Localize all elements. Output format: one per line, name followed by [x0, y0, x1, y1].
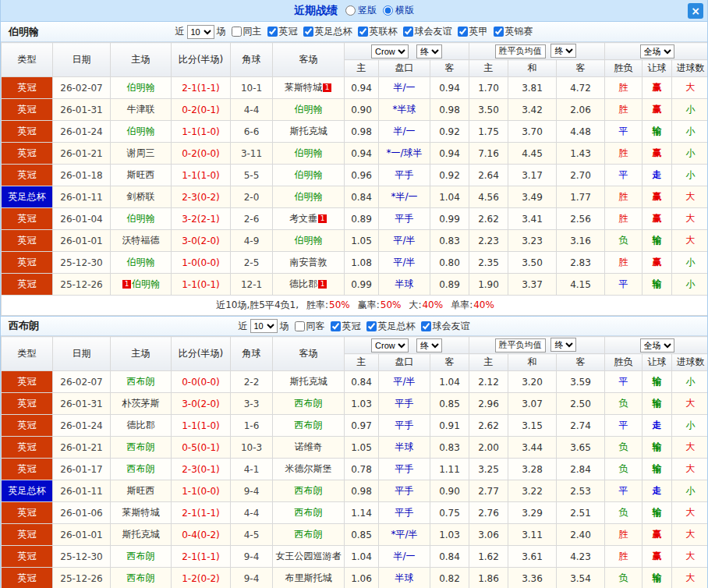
checkbox-input[interactable]: [295, 321, 305, 331]
filter-checkbox-2[interactable]: 英足总杯: [366, 320, 416, 333]
match-count-select[interactable]: 10: [187, 25, 214, 39]
avg-final-select[interactable]: 终: [550, 338, 576, 352]
home-team-cell[interactable]: 斯托克城: [111, 524, 172, 546]
filter-checkbox-0[interactable]: 同客: [295, 320, 325, 333]
away-team-cell[interactable]: 西布朗: [273, 415, 345, 437]
team-link[interactable]: 伯明翰: [295, 104, 323, 115]
score-cell[interactable]: 2-3(0-2): [172, 186, 231, 208]
filter-checkbox-1[interactable]: 英冠: [267, 25, 298, 38]
team-link[interactable]: 伯明翰: [295, 147, 323, 158]
score-cell[interactable]: 1-1(0-1): [172, 274, 231, 296]
team-link[interactable]: 牛津联: [127, 104, 155, 115]
odds-final-select[interactable]: 终: [416, 338, 442, 352]
filter-checkbox-1[interactable]: 英冠: [331, 320, 361, 333]
score-cell[interactable]: 1-1(1-0): [172, 415, 231, 437]
home-team-cell[interactable]: 斯旺西: [111, 480, 172, 502]
home-team-cell[interactable]: 伯明翰: [111, 77, 172, 99]
score-cell[interactable]: 0-0(0-0): [172, 371, 231, 393]
score-cell[interactable]: 0-2(0-1): [172, 99, 231, 121]
team-link[interactable]: 伯明翰: [295, 191, 323, 202]
score-cell[interactable]: 2-3(0-1): [172, 459, 231, 480]
team-link[interactable]: 西布朗: [295, 485, 323, 496]
away-team-cell[interactable]: 考文垂1: [273, 208, 345, 230]
checkbox-input[interactable]: [331, 321, 341, 331]
score-cell[interactable]: 1-1(1-0): [172, 165, 231, 186]
team-link[interactable]: 伯明翰: [127, 126, 155, 136]
away-team-cell[interactable]: 女王公园巡游者: [273, 546, 345, 568]
away-team-cell[interactable]: 西布朗: [273, 524, 345, 546]
checkbox-input[interactable]: [267, 27, 278, 37]
home-team-cell[interactable]: 西布朗: [111, 568, 172, 588]
score-cell[interactable]: 0-4(0-2): [172, 524, 231, 546]
team-link[interactable]: 谢周三: [127, 147, 155, 158]
team-link[interactable]: 莱斯特城: [122, 507, 160, 518]
score-cell[interactable]: 3-0(2-0): [172, 230, 231, 252]
home-team-cell[interactable]: 沃特福德: [111, 230, 172, 252]
home-team-cell[interactable]: 伯明翰: [111, 208, 172, 230]
checkbox-input[interactable]: [303, 27, 313, 37]
team-link[interactable]: 米德尔斯堡: [285, 463, 332, 474]
away-team-cell[interactable]: 西布朗: [273, 393, 345, 415]
filter-checkbox-0[interactable]: 同主: [232, 25, 262, 38]
away-team-cell[interactable]: 西布朗: [273, 502, 345, 524]
team-link[interactable]: 伯明翰: [127, 257, 155, 267]
filter-checkbox-3[interactable]: 球会友谊: [421, 320, 470, 333]
home-team-cell[interactable]: 朴茨茅斯: [111, 393, 172, 415]
close-button[interactable]: ×: [688, 3, 703, 19]
odds-company-select[interactable]: Crow: [371, 338, 409, 352]
match-count-select[interactable]: 10: [250, 319, 278, 333]
away-team-cell[interactable]: 伯明翰: [273, 230, 345, 252]
odds-final-select[interactable]: 终: [416, 44, 442, 58]
home-team-cell[interactable]: 德比郡: [111, 415, 172, 437]
team-link[interactable]: 西布朗: [127, 572, 155, 583]
view-radio-icon[interactable]: [383, 5, 393, 16]
away-team-cell[interactable]: 德比郡1: [273, 274, 345, 296]
score-cell[interactable]: 1-2(0-2): [172, 568, 231, 588]
home-team-cell[interactable]: 1伯明翰: [111, 274, 172, 296]
away-team-cell[interactable]: 伯明翰: [273, 186, 345, 208]
away-team-cell[interactable]: 米德尔斯堡: [273, 459, 345, 480]
score-cell[interactable]: 3-2(2-1): [172, 208, 231, 230]
team-link[interactable]: 沃特福德: [122, 235, 160, 246]
checkbox-input[interactable]: [232, 27, 242, 37]
team-link[interactable]: 西布朗: [295, 507, 323, 518]
away-team-cell[interactable]: 南安普敦: [273, 252, 345, 274]
checkbox-input[interactable]: [366, 321, 377, 331]
team-link[interactable]: 德比郡: [127, 420, 155, 430]
team-link[interactable]: 莱斯特城: [285, 82, 322, 93]
team-link[interactable]: 伯明翰: [127, 82, 155, 93]
home-team-cell[interactable]: 西布朗: [111, 371, 172, 393]
away-team-cell[interactable]: 莱斯特城1: [273, 77, 345, 99]
team-link[interactable]: 西布朗: [295, 529, 323, 540]
team-link[interactable]: 西布朗: [127, 551, 155, 561]
home-team-cell[interactable]: 莱斯特城: [111, 502, 172, 524]
score-cell[interactable]: 1-0(0-0): [172, 252, 231, 274]
fulltime-select[interactable]: 全场: [640, 338, 674, 352]
score-cell[interactable]: 2-1(1-1): [172, 77, 231, 99]
home-team-cell[interactable]: 谢周三: [111, 143, 172, 165]
team-link[interactable]: 伯明翰: [295, 169, 323, 180]
team-link[interactable]: 伯明翰: [295, 235, 323, 246]
team-link[interactable]: 斯托克城: [290, 376, 327, 387]
team-link[interactable]: 伯明翰: [127, 213, 155, 224]
away-team-cell[interactable]: 伯明翰: [273, 99, 345, 121]
score-cell[interactable]: 2-1(1-1): [172, 546, 231, 568]
home-team-cell[interactable]: 牛津联: [111, 99, 172, 121]
filter-checkbox-5[interactable]: 英甲: [458, 25, 488, 38]
home-team-cell[interactable]: 斯旺西: [111, 165, 172, 186]
score-cell[interactable]: 0-2(0-0): [172, 143, 231, 165]
checkbox-input[interactable]: [403, 27, 413, 37]
fulltime-select[interactable]: 全场: [640, 44, 674, 58]
score-cell[interactable]: 1-1(0-0): [172, 480, 231, 502]
team-link[interactable]: 女王公园巡游者: [276, 551, 342, 561]
filter-checkbox-3[interactable]: 英联杯: [358, 25, 398, 38]
team-link[interactable]: 斯托克城: [290, 126, 327, 136]
avg-final-select[interactable]: 终: [550, 44, 576, 58]
team-link[interactable]: 西布朗: [127, 376, 155, 387]
score-cell[interactable]: 2-1(1-1): [172, 502, 231, 524]
score-cell[interactable]: 3-0(2-0): [172, 393, 231, 415]
checkbox-input[interactable]: [494, 27, 504, 37]
away-team-cell[interactable]: 伯明翰: [273, 143, 345, 165]
team-link[interactable]: 布里斯托城: [285, 572, 332, 583]
away-team-cell[interactable]: 斯托克城: [273, 371, 345, 393]
